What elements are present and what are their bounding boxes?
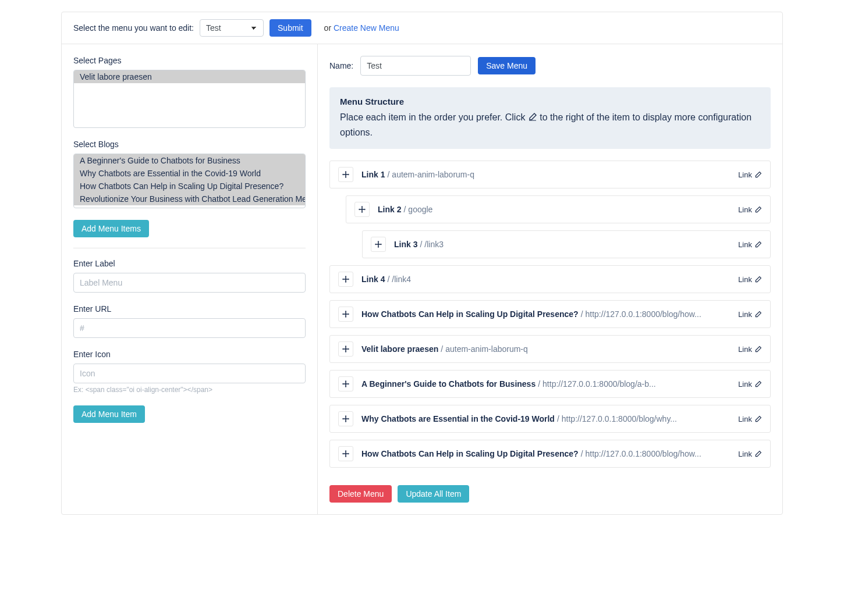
menu-item-path: autem-anim-laborum-q: [392, 170, 474, 179]
enter-icon-label: Enter Icon: [73, 350, 306, 359]
move-icon[interactable]: [338, 307, 353, 322]
blogs-listbox-item[interactable]: Why Chatbots are Essential in the Covid-…: [74, 167, 305, 180]
menu-structure-row: Link 3 / /link3Link: [362, 230, 771, 258]
menu-item-path: http://127.0.0.1:8000/blog/how...: [586, 449, 701, 458]
move-icon[interactable]: [338, 376, 353, 391]
move-icon[interactable]: [338, 341, 353, 357]
pages-listbox[interactable]: Velit labore praesen: [73, 70, 306, 128]
menu-structure-row: Link 2 / googleLink: [346, 195, 771, 223]
divider: [73, 248, 306, 248]
select-menu-label: Select the menu you want to edit:: [73, 23, 194, 33]
blogs-listbox[interactable]: A Beginner's Guide to Chatbots for Busin…: [73, 154, 306, 208]
menu-item-path: /link4: [392, 275, 411, 284]
create-new-menu-link[interactable]: Create New Menu: [334, 23, 399, 33]
menu-item-edit-link[interactable]: Link: [738, 415, 762, 423]
edit-icon: [528, 112, 537, 122]
update-all-item-button[interactable]: Update All Item: [398, 485, 469, 503]
icon-input[interactable]: [73, 364, 306, 383]
enter-url-label: Enter URL: [73, 304, 306, 314]
menu-structure-row: Link 1 / autem-anim-laborum-qLink: [329, 161, 771, 188]
select-pages-label: Select Pages: [73, 56, 306, 65]
menu-item-path: google: [408, 205, 432, 214]
blogs-listbox-item[interactable]: Revolutionize Your Business with Chatbot…: [74, 193, 305, 205]
menu-item-path: http://127.0.0.1:8000/blog/a-b...: [542, 379, 656, 389]
menu-item-edit-link[interactable]: Link: [738, 170, 762, 179]
menu-item-title: How Chatbots Can Help in Scaling Up Digi…: [361, 309, 579, 319]
save-menu-button[interactable]: Save Menu: [478, 57, 536, 74]
menu-item-title: Link 1: [361, 170, 385, 179]
menu-structure-row: A Beginner's Guide to Chatbots for Busin…: [329, 370, 771, 398]
url-input[interactable]: [73, 318, 306, 338]
menu-structure-row: Why Chatbots are Essential in the Covid-…: [329, 405, 771, 433]
menu-item-edit-link[interactable]: Link: [738, 205, 762, 214]
blogs-listbox-item[interactable]: How Chatbots Can Help in Scaling Up Digi…: [74, 180, 305, 193]
menu-structure-row: Velit labore praesen / autem-anim-laboru…: [329, 335, 771, 363]
label-input[interactable]: [73, 273, 306, 293]
name-label: Name:: [329, 61, 353, 70]
menu-items-list: Link 1 / autem-anim-laborum-qLink Link 2…: [329, 161, 771, 468]
move-icon[interactable]: [354, 202, 370, 217]
or-text: or: [324, 23, 331, 33]
menu-structure-row: How Chatbots Can Help in Scaling Up Digi…: [329, 300, 771, 328]
topbar: Select the menu you want to edit: Test S…: [62, 12, 782, 44]
menu-structure-row: Link 4 / /link4Link: [329, 265, 771, 293]
menu-name-input[interactable]: [360, 56, 471, 76]
menu-item-path: /link3: [424, 240, 444, 249]
submit-button[interactable]: Submit: [269, 19, 311, 37]
move-icon[interactable]: [338, 167, 353, 182]
move-icon[interactable]: [338, 272, 353, 287]
menu-item-edit-link[interactable]: Link: [738, 240, 762, 249]
menu-structure-info: Menu Structure Place each item in the or…: [329, 87, 771, 149]
menu-item-title: Link 3: [394, 240, 417, 249]
add-menu-items-button[interactable]: Add Menu Items: [73, 220, 149, 237]
menu-structure-row: How Chatbots Can Help in Scaling Up Digi…: [329, 440, 771, 468]
menu-item-title: A Beginner's Guide to Chatbots for Busin…: [361, 379, 536, 389]
pages-listbox-item[interactable]: Velit labore praesen: [74, 70, 305, 83]
menu-structure-title: Menu Structure: [340, 97, 760, 106]
menu-structure-text: Place each item in the order you prefer.…: [340, 110, 760, 140]
menu-item-path: autem-anim-laborum-q: [445, 344, 528, 354]
blogs-listbox-item[interactable]: A Beginner's Guide to Chatbots for Busin…: [74, 154, 305, 167]
select-blogs-label: Select Blogs: [73, 140, 306, 149]
icon-help-text: Ex: <span class="oi oi-align-center"></s…: [73, 386, 306, 394]
menu-item-title: Link 4: [361, 275, 385, 284]
menu-item-path: http://127.0.0.1:8000/blog/how...: [586, 309, 701, 319]
menu-item-edit-link[interactable]: Link: [738, 345, 762, 354]
menu-item-edit-link[interactable]: Link: [738, 380, 762, 389]
enter-label-label: Enter Label: [73, 259, 306, 268]
move-icon[interactable]: [371, 237, 386, 252]
menu-item-edit-link[interactable]: Link: [738, 310, 762, 319]
move-icon[interactable]: [338, 411, 353, 426]
menu-item-path: http://127.0.0.1:8000/blog/why...: [562, 414, 677, 423]
menu-item-title: Velit labore praesen: [361, 344, 438, 354]
menu-item-edit-link[interactable]: Link: [738, 450, 762, 458]
menu-item-title: Why Chatbots are Essential in the Covid-…: [361, 414, 555, 423]
add-menu-item-button[interactable]: Add Menu Item: [73, 405, 145, 423]
menu-item-title: Link 2: [378, 205, 401, 214]
menu-select[interactable]: Test: [200, 19, 264, 37]
menu-item-edit-link[interactable]: Link: [738, 275, 762, 284]
content: Name: Save Menu Menu Structure Place eac…: [318, 44, 782, 514]
menu-item-title: How Chatbots Can Help in Scaling Up Digi…: [361, 449, 579, 458]
sidebar: Select Pages Velit labore praesen Select…: [62, 44, 318, 514]
delete-menu-button[interactable]: Delete Menu: [329, 485, 392, 503]
move-icon[interactable]: [338, 446, 353, 461]
